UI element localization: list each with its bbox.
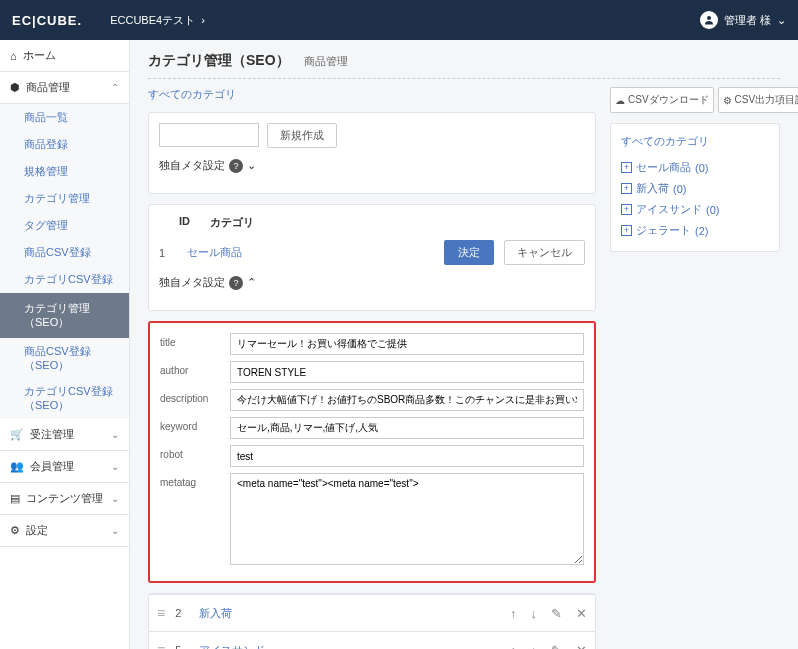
move-down-icon[interactable]: ↓ [531,606,538,621]
sidebar-sub-1[interactable]: 商品登録 [0,131,129,158]
category-list: ≡ 2 新入荷 ↑ ↓ ✎ ✕ ≡ 5 アイスサンド [148,593,596,649]
sidebar-sub-8[interactable]: 商品CSV登録（SEO） [0,338,129,379]
seo-form-card: title author description keyword robot m… [148,321,596,583]
search-card: 新規作成 独自メタ設定 ? ⌄ [148,112,596,194]
category-name-link[interactable]: セール商品 [187,245,242,260]
user-icon [700,11,718,29]
sidebar-product-mgmt[interactable]: ⬢商品管理 ⌃ [0,72,129,104]
sidebar: ⌂ ホーム ⬢商品管理 ⌃ 商品一覧 商品登録 規格管理 カテゴリ管理 タグ管理… [0,40,130,649]
tree-item[interactable]: +ジェラート (2) [621,220,769,241]
sidebar-sub-4[interactable]: タグ管理 [0,212,129,239]
chevron-up-icon: ⌃ [247,276,256,289]
move-down-icon[interactable]: ↓ [531,643,538,650]
expand-icon[interactable]: + [621,225,632,236]
keyword-input[interactable] [230,417,584,439]
home-icon: ⌂ [10,50,17,62]
chevron-down-icon: ⌄ [111,429,119,440]
page-title: カテゴリ管理（SEO） [148,52,290,70]
breadcrumb[interactable]: すべてのカテゴリ [148,87,596,102]
gear-icon: ⚙ [723,95,732,106]
tree-item[interactable]: +セール商品 (0) [621,157,769,178]
sidebar-sub-0[interactable]: 商品一覧 [0,104,129,131]
sidebar-sub-9[interactable]: カテゴリCSV登録（SEO） [0,378,129,419]
sidebar-member-mgmt[interactable]: 👥会員管理 ⌄ [0,451,129,483]
sidebar-order-mgmt[interactable]: 🛒受注管理 ⌄ [0,419,129,451]
page-subtitle: 商品管理 [304,54,348,69]
category-header-card: ID カテゴリ 1 セール商品 決定 キャンセル 独自メタ設定 ? ⌃ [148,204,596,311]
new-button[interactable]: 新規作成 [267,123,337,148]
meta-toggle-1[interactable]: 独自メタ設定 ? ⌄ [159,158,585,173]
svg-point-0 [707,16,711,20]
chevron-down-icon: ⌄ [111,525,119,536]
move-up-icon[interactable]: ↑ [510,606,517,621]
chevron-down-icon: ⌄ [111,461,119,472]
sidebar-sub-5[interactable]: 商品CSV登録 [0,239,129,266]
drag-handle-icon[interactable]: ≡ [157,642,165,649]
user-menu[interactable]: 管理者 様 ⌄ [700,11,786,29]
delete-icon[interactable]: ✕ [576,606,587,621]
search-input[interactable] [159,123,259,147]
edit-icon[interactable]: ✎ [551,643,562,650]
sidebar-sub-3[interactable]: カテゴリ管理 [0,185,129,212]
col-id: ID [179,215,190,230]
cube-icon: ⬢ [10,81,20,94]
sidebar-sub-7[interactable]: カテゴリ管理（SEO） [0,293,129,338]
list-item: ≡ 5 アイスサンド ↑ ↓ ✎ ✕ [149,631,595,649]
expand-icon[interactable]: + [621,183,632,194]
meta-toggle-2[interactable]: 独自メタ設定 ? ⌃ [159,275,585,290]
edit-icon[interactable]: ✎ [551,606,562,621]
delete-icon[interactable]: ✕ [576,643,587,650]
expand-icon[interactable]: + [621,162,632,173]
csv-config-button[interactable]: ⚙CSV出力項目設定 [718,87,798,113]
chevron-up-icon: ⌃ [111,82,119,93]
chevron-down-icon: ⌄ [247,159,256,172]
description-input[interactable] [230,389,584,411]
tree-title[interactable]: すべてのカテゴリ [621,134,769,149]
logo: EC|CUBE. [12,13,82,28]
sidebar-home[interactable]: ⌂ ホーム [0,40,129,72]
users-icon: 👥 [10,460,24,473]
title-input[interactable] [230,333,584,355]
col-category: カテゴリ [210,215,254,230]
chevron-down-icon: ⌄ [111,493,119,504]
list-name-link[interactable]: アイスサンド [199,643,510,650]
list-name-link[interactable]: 新入荷 [199,606,510,621]
chevron-down-icon: ⌄ [777,14,786,27]
category-tree-card: すべてのカテゴリ +セール商品 (0) +新入荷 (0) +アイスサンド (0)… [610,123,780,252]
sidebar-content-mgmt[interactable]: ▤コンテンツ管理 ⌄ [0,483,129,515]
author-input[interactable] [230,361,584,383]
help-icon[interactable]: ? [229,276,243,290]
edit-row: 1 セール商品 決定 キャンセル [159,240,585,265]
sidebar-sub-6[interactable]: カテゴリCSV登録 [0,266,129,293]
chevron-right-icon: › [201,14,205,26]
metatag-textarea[interactable] [230,473,584,565]
main-content: カテゴリ管理（SEO） 商品管理 すべてのカテゴリ 新規作成 独自メタ設定 ? … [130,40,798,649]
layers-icon: ▤ [10,492,20,505]
list-item: ≡ 2 新入荷 ↑ ↓ ✎ ✕ [149,594,595,631]
tree-item[interactable]: +新入荷 (0) [621,178,769,199]
gear-icon: ⚙ [10,524,20,537]
robot-input[interactable] [230,445,584,467]
sidebar-settings[interactable]: ⚙設定 ⌄ [0,515,129,547]
expand-icon[interactable]: + [621,204,632,215]
tree-item[interactable]: +アイスサンド (0) [621,199,769,220]
csv-download-button[interactable]: ☁CSVダウンロード [610,87,714,113]
move-up-icon[interactable]: ↑ [510,643,517,650]
submit-button[interactable]: 決定 [444,240,494,265]
topbar: EC|CUBE. ECCUBE4テスト › 管理者 様 ⌄ [0,0,798,40]
help-icon[interactable]: ? [229,159,243,173]
cart-icon: 🛒 [10,428,24,441]
sidebar-sub-2[interactable]: 規格管理 [0,158,129,185]
site-name[interactable]: ECCUBE4テスト › [110,13,205,28]
cancel-button[interactable]: キャンセル [504,240,585,265]
drag-handle-icon[interactable]: ≡ [157,605,165,621]
cloud-download-icon: ☁ [615,95,625,106]
page-title-bar: カテゴリ管理（SEO） 商品管理 [148,52,780,79]
